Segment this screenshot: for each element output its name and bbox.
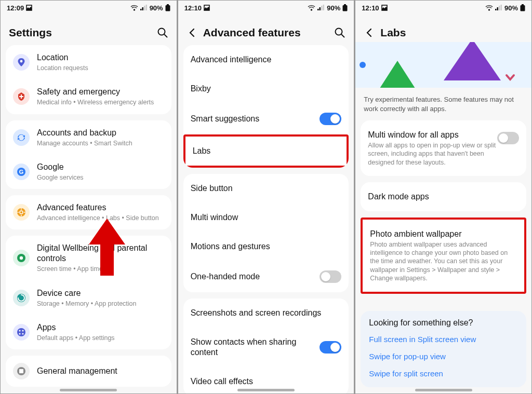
svg-point-24 [19,333,20,334]
item-label: Apps [37,322,164,333]
header: Advanced features [178,15,354,45]
search-icon[interactable] [157,27,168,38]
nav-indicator [60,389,117,391]
screenshot-icon [381,5,388,11]
apps-icon [13,324,30,341]
battery-icon [342,4,348,11]
svg-marker-45 [444,42,501,80]
svg-text:G: G [19,169,24,175]
item-label: Safety and emergency [37,87,164,97]
looking-for-block: Looking for something else? Full screen … [361,311,526,387]
item-subtitle: Location requests [37,64,164,72]
svg-point-22 [19,330,20,331]
location-icon [13,54,30,71]
svg-rect-2 [142,7,143,10]
screen-advanced: 12:10 90% Advanced features Advanced int… [177,0,355,394]
settings-item-devicecare[interactable]: Device care Storage • Memory • App prote… [6,281,171,315]
svg-rect-30 [320,7,321,10]
svg-rect-43 [521,5,525,11]
adv-item-ai[interactable]: Advanced intelligence [183,45,349,74]
svg-rect-39 [497,7,498,10]
adv-item-bixby[interactable]: Bixby [183,74,349,103]
svg-rect-1 [140,9,142,10]
svg-point-35 [336,29,342,35]
labs-item-photo-ambient[interactable]: Photo ambient wallpaper Photo ambient wa… [363,220,524,292]
toggle-one-handed[interactable] [320,270,341,283]
item-label: General management [37,366,164,376]
safety-icon [13,88,30,105]
svg-rect-4 [145,5,147,10]
svg-point-7 [158,29,165,35]
wifi-icon [130,5,138,11]
google-icon: G [13,164,30,180]
settings-item-wellbeing[interactable]: Digital Wellbeing and parental controls … [6,236,171,280]
adv-item-smart[interactable]: Smart suggestions [183,103,349,134]
svg-point-23 [22,330,23,331]
battery-pct: 90% [327,4,340,12]
adv-item-motions[interactable]: Motions and gestures [183,232,349,261]
item-label: Device care [37,288,164,298]
status-bar: 12:10 90% [355,1,531,15]
svg-rect-40 [499,6,500,10]
settings-item-accounts[interactable]: Accounts and backup Manage accounts • Sm… [6,120,171,155]
gear-badge-icon [13,204,30,221]
settings-item-advanced[interactable]: Advanced features Advanced intelligence … [6,195,171,229]
page-title: Advanced features [203,26,329,39]
toggle-show-contacts[interactable] [320,341,341,354]
svg-line-8 [164,34,167,37]
link-swipe-popup[interactable]: Swipe for pop-up view [369,348,518,365]
labs-item-multiwin[interactable]: Multi window for all apps Allow all apps… [361,120,526,176]
settings-item-google[interactable]: G Google Google services [6,155,171,189]
settings-item-location[interactable]: Location Location requests [6,45,171,79]
signal-icon [495,5,502,11]
svg-rect-33 [344,4,346,5]
status-time: 12:10 [184,4,202,12]
back-icon[interactable] [364,27,375,38]
settings-item-apps[interactable]: Apps Default apps • App settings [6,315,171,349]
svg-rect-29 [317,9,319,10]
link-fullscreen-split[interactable]: Full screen in Split screen view [369,331,518,348]
search-icon[interactable] [334,27,345,38]
toggle-smart-suggestions[interactable] [320,113,341,125]
svg-marker-44 [374,61,421,88]
signal-icon [317,5,325,11]
back-icon[interactable] [187,27,198,38]
looking-heading: Looking for something else? [369,318,518,328]
svg-point-9 [20,60,23,63]
adv-item-multiwin[interactable]: Multi window [183,203,349,232]
banner-purple-triangle-icon [444,42,501,80]
banner-chevron-icon [504,72,516,84]
signal-icon [140,5,148,11]
nav-indicator [237,389,295,391]
wifi-icon [308,5,315,11]
svg-rect-41 [500,5,502,10]
status-bar: 12:10 90% [178,1,354,15]
settings-item-general[interactable]: General management [6,356,171,387]
screenshot-icon [26,5,32,11]
nav-indicator [415,389,472,391]
svg-rect-5 [167,4,169,5]
header: Settings [1,15,177,45]
svg-rect-32 [323,5,325,10]
general-icon [13,363,30,379]
item-subtitle: Advanced intelligence • Labs • Side butt… [37,214,164,222]
battery-pct: 90% [504,4,518,12]
adv-item-labs[interactable]: Labs [183,134,349,168]
adv-item-side[interactable]: Side button [183,174,349,203]
adv-item-contacts[interactable]: Show contacts when sharing content [183,328,349,367]
labs-description: Try experimental features. Some features… [355,88,531,120]
adv-item-onehand[interactable]: One-handed mode [183,261,349,292]
settings-item-safety[interactable]: Safety and emergency Medical info • Wire… [6,79,171,114]
battery-icon [165,4,170,11]
device-care-icon [13,290,30,306]
labs-item-darkmode[interactable]: Dark mode apps [361,182,526,211]
toggle-multiwin-all[interactable] [497,132,519,144]
link-swipe-split[interactable]: Swipe for split screen [369,365,518,382]
svg-point-25 [22,333,23,334]
status-bar: 12:09 90% [1,1,177,15]
svg-rect-42 [522,4,524,5]
sync-icon [13,129,30,146]
adv-item-screenshots[interactable]: Screenshots and screen recordings [183,298,349,328]
status-time: 12:09 [7,4,24,12]
screen-labs: 12:10 90% Labs Try experimental features… [354,0,532,394]
